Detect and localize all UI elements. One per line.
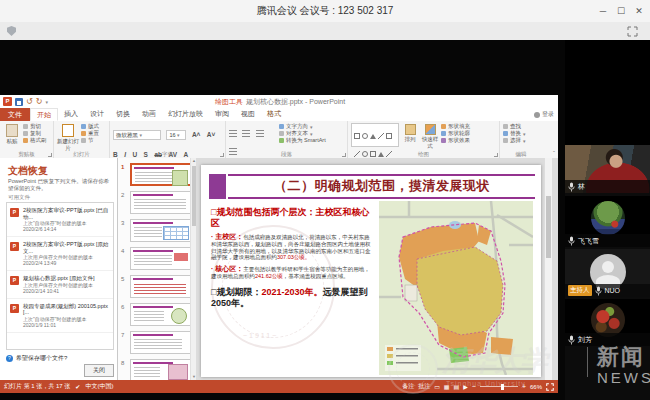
ribbon-tab-row: 文件 开始 插入 设计 切换 动画 幻灯片放映 审阅 视图 格式 — [0, 108, 558, 122]
recovery-close-button[interactable]: 关闭 — [84, 364, 114, 377]
video-tile-feifeixue[interactable]: 飞飞雪 — [565, 196, 650, 247]
shape-fill-button[interactable]: 形状填充 — [441, 123, 475, 130]
redo-icon[interactable]: ↻ — [36, 96, 43, 107]
align-text-button[interactable]: 对齐文本 ▾ — [279, 130, 341, 137]
smartart-button[interactable]: 转换为 SmartArt — [279, 137, 341, 144]
copy-button[interactable]: 复制 — [23, 130, 47, 137]
shape-outline-button[interactable]: 形状轮廓 — [441, 130, 475, 137]
tab-view[interactable]: 视图 — [235, 108, 261, 121]
recovery-file-item[interactable]: P 2校医院方案审议-PPT版.pptx [已自动... 上次"自动保存"时创建… — [7, 203, 113, 237]
reset-button[interactable]: 重置 — [81, 130, 99, 137]
indent-icon[interactable] — [256, 130, 264, 137]
slide-thumbnail-5[interactable]: 5 — [118, 274, 196, 302]
shape-effects-button[interactable]: 形状效果 — [441, 137, 475, 144]
find-button[interactable]: 查找 — [503, 123, 526, 130]
slide-canvas[interactable]: ~1911~ （二）明确规划范围，摸清发展现状 □规划范围包括两个层次：主校区和… — [201, 165, 541, 377]
slide-thumbnail-8[interactable]: 8 — [118, 358, 196, 380]
slide-thumbnail-2[interactable]: 2 — [118, 190, 196, 218]
font-size-select[interactable]: 16 ▾ — [166, 130, 186, 140]
group-label-clipboard: 剪贴板 — [0, 151, 53, 158]
cut-button[interactable]: 剪切 — [23, 123, 47, 130]
font-dialog-launcher[interactable] — [220, 153, 224, 157]
paragraph-dialog-launcher[interactable] — [342, 153, 346, 157]
shrink-font-icon[interactable]: A˅ — [207, 131, 216, 138]
qat-customize-icon[interactable]: ▾ — [45, 99, 48, 105]
arrange-button[interactable]: 排列 — [401, 123, 419, 143]
recovery-available-label: 可用文件 — [8, 194, 30, 201]
shape-triangle-icon[interactable] — [370, 134, 376, 139]
collapse-ribbon-icon[interactable]: ˆ — [553, 150, 555, 156]
signin-area[interactable]: 登录 — [534, 109, 554, 120]
recovery-file-item[interactable]: P 校园专题成果(规划部) 200105.pptx [... 上次"自动保存"时… — [7, 299, 113, 333]
language-status[interactable]: 中文(中国) — [85, 382, 113, 391]
tab-animations[interactable]: 动画 — [136, 108, 162, 121]
document-recovery-pane: 文档恢复 PowerPoint 已恢复下列文件。请保存你希望保留的文件。 可用文… — [0, 158, 118, 380]
slide-thumbnail-6[interactable]: 6 — [118, 302, 196, 330]
tab-slideshow[interactable]: 幻灯片放映 — [162, 108, 209, 121]
zoom-slider[interactable] — [480, 386, 518, 387]
clipboard-dialog-launcher[interactable] — [48, 153, 52, 157]
quick-styles-button[interactable]: 快速样式 — [421, 123, 439, 150]
maximize-button[interactable]: ☐ — [612, 0, 630, 22]
recovery-file-item[interactable]: P 规划核心数据.pptx [原始文件] 上次用户保存文件时创建的版本 2020… — [7, 271, 113, 299]
slide-sorter-icon[interactable]: ▦ — [444, 383, 450, 390]
shape-circle-icon[interactable] — [362, 133, 368, 139]
reading-view-icon[interactable]: ▤ — [454, 383, 460, 390]
tab-format[interactable]: 格式 — [261, 108, 287, 121]
slide-text-box[interactable]: □规划范围包括两个层次：主校区和核心区 · 主校区：包括成府路及双清路以北，荷清… — [211, 207, 375, 309]
mic-icon — [568, 236, 575, 246]
tab-file[interactable]: 文件 — [0, 108, 30, 121]
slide-thumbnail-4[interactable]: 4 — [118, 246, 196, 274]
shape-rect-icon[interactable] — [386, 133, 392, 139]
fullscreen-icon[interactable] — [627, 26, 638, 37]
shape-square-icon[interactable] — [354, 133, 360, 139]
slideshow-icon[interactable]: ▶ — [463, 383, 468, 390]
video-tile-nuo[interactable]: 主持人 NUO — [565, 249, 650, 297]
slide-scrollbar[interactable] — [544, 158, 552, 380]
text-direction-button[interactable]: 文字方向 ▾ — [279, 123, 341, 130]
layout-button[interactable]: 版式 — [81, 123, 99, 130]
select-button[interactable]: 选择 ▾ — [503, 137, 526, 144]
minimize-button[interactable]: ─ — [594, 0, 612, 22]
grow-font-icon[interactable]: A˄ — [192, 131, 201, 138]
drawing-dialog-launcher[interactable] — [494, 153, 498, 157]
paste-button[interactable]: 粘贴 — [3, 123, 21, 145]
shape-line-icon[interactable] — [378, 133, 384, 139]
participant-name: 刘芳 — [578, 335, 592, 345]
shape-gallery[interactable] — [351, 123, 399, 147]
numbering-icon[interactable] — [242, 130, 250, 137]
undo-icon[interactable]: ↺ — [26, 96, 33, 107]
recovery-question[interactable]: ? 希望保存哪个文件? — [6, 354, 67, 363]
bullets-icon[interactable] — [229, 130, 237, 137]
tab-insert[interactable]: 插入 — [58, 108, 84, 121]
slide-thumbnail-1[interactable]: 1 — [118, 162, 196, 190]
tab-review[interactable]: 审阅 — [209, 108, 235, 121]
slide-thumbnail-7[interactable]: 7 — [118, 330, 196, 358]
zoom-in-icon[interactable]: + — [522, 383, 526, 390]
notes-button[interactable]: 备注 — [402, 382, 414, 391]
section-button[interactable]: 节 — [81, 137, 99, 144]
normal-view-icon[interactable]: ▭ — [434, 383, 440, 390]
font-name-select[interactable]: 微软雅黑 ▾ — [113, 130, 161, 140]
tab-home[interactable]: 开始 — [30, 108, 58, 121]
save-icon[interactable] — [15, 98, 23, 106]
fit-to-window-icon[interactable] — [546, 383, 554, 391]
video-tile-camera-off[interactable] — [565, 40, 650, 146]
replace-button[interactable]: 替换 ▾ — [503, 130, 526, 137]
tab-design[interactable]: 设计 — [84, 108, 110, 121]
format-painter-button[interactable]: 格式刷 — [23, 137, 47, 144]
tab-transitions[interactable]: 切换 — [110, 108, 136, 121]
spellcheck-icon[interactable]: ✔ — [75, 383, 80, 390]
comments-button[interactable]: 批注 — [418, 382, 430, 391]
video-tile-lin[interactable]: 林 — [565, 145, 650, 193]
new-slide-button[interactable]: 新建幻灯片 — [57, 123, 79, 152]
zoom-out-icon[interactable]: − — [472, 383, 476, 390]
slide-title[interactable]: （二）明确规划范围，摸清发展现状 — [229, 177, 535, 195]
ppt-filename: 规划核心数据.pptx - PowerPoint — [246, 98, 345, 105]
zoom-level[interactable]: 66% — [530, 384, 542, 390]
close-button[interactable]: ✕ — [630, 0, 648, 22]
slide-thumbnail-3[interactable]: 3 — [118, 218, 196, 246]
recovery-file-item[interactable]: P 2校医院方案审议-PPT版.pptx [原始文... 上次用户保存文件时创建… — [7, 237, 113, 271]
video-tile-liufang[interactable]: 刘芳 — [565, 299, 650, 346]
participant-sidebar: 林 飞飞雪 主持人 NUO — [565, 40, 650, 400]
